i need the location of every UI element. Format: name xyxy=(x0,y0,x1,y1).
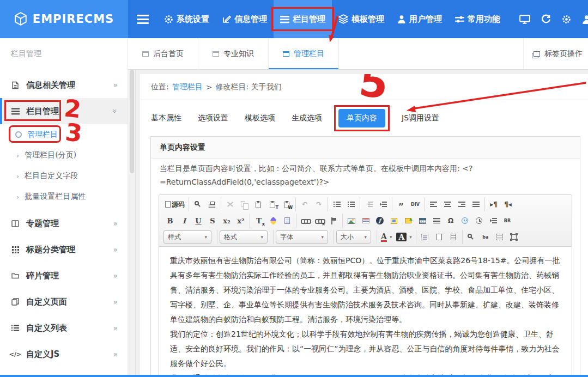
anchor-button[interactable] xyxy=(327,214,340,227)
gear-icon[interactable] xyxy=(562,15,571,24)
templates-button[interactable] xyxy=(447,230,460,244)
undo-button[interactable]: ↶ xyxy=(298,198,311,211)
text-color-button[interactable]: A▾ xyxy=(379,230,393,244)
monitor-icon[interactable] xyxy=(519,14,530,24)
image-button[interactable] xyxy=(345,214,358,227)
copy-format-button[interactable] xyxy=(281,214,294,227)
horizontal-rule-button[interactable] xyxy=(430,214,443,227)
remove-format-button[interactable]: Tx xyxy=(252,214,265,227)
sidebar-item-fragments[interactable]: 碎片管理 » xyxy=(0,263,128,289)
size-select[interactable]: 大小▾ xyxy=(336,230,371,244)
copy-button[interactable] xyxy=(238,198,251,211)
align-left-button[interactable] xyxy=(427,198,440,211)
menu-item-users[interactable]: 用户管理 xyxy=(391,0,448,38)
brand-logo[interactable]: EMPIRECMS xyxy=(0,0,128,38)
sidebar-item-column-management[interactable]: 栏目管理 » 2 xyxy=(0,98,128,124)
paste-button[interactable] xyxy=(252,198,265,211)
flash-button[interactable]: ƒ xyxy=(373,214,386,227)
find-button[interactable] xyxy=(465,230,478,244)
underline-button[interactable]: U xyxy=(192,214,205,227)
bidi-ltr-button[interactable]: ▸¶ xyxy=(487,198,500,211)
table-button[interactable] xyxy=(416,214,429,227)
paste-text-button[interactable]: T xyxy=(266,198,279,211)
sidebar-item-custom-pages[interactable]: 自定义页面 » xyxy=(0,289,128,315)
scrollbar-thumb[interactable] xyxy=(130,70,134,173)
sidebar-item-info-management[interactable]: 信息相关管理 » xyxy=(0,72,128,98)
page-break-button[interactable] xyxy=(487,214,500,227)
tab-basic-attributes[interactable]: 基本属性 xyxy=(151,113,181,123)
bidi-rtl-button[interactable]: ¶◂ xyxy=(501,198,514,211)
source-button[interactable]: 源码 xyxy=(163,198,186,211)
page-properties-button[interactable] xyxy=(472,214,486,227)
show-blocks-button[interactable] xyxy=(419,230,432,244)
line-break-button[interactable]: BR xyxy=(501,214,514,227)
paste-word-button[interactable]: W xyxy=(280,198,293,211)
sidebar-item-topics[interactable]: 专题管理 » xyxy=(0,210,128,236)
menu-item-info[interactable]: 信息管理 xyxy=(216,0,274,38)
sidebar-subitem-batch-attributes[interactable]: › 批量设置栏目属性 xyxy=(0,186,128,207)
background-color-button[interactable]: A▾ xyxy=(395,230,413,244)
breadcrumb-link[interactable]: 管理栏目 xyxy=(172,82,203,92)
highlight-button[interactable] xyxy=(266,214,280,227)
tab-generate-options[interactable]: 生成选项 xyxy=(292,113,322,123)
new-page-button[interactable] xyxy=(433,230,446,244)
div-container-button[interactable]: DIV xyxy=(409,198,422,211)
menu-item-columns[interactable]: 栏目管理 xyxy=(274,0,332,38)
hamburger-icon[interactable] xyxy=(128,0,157,38)
maximize-button[interactable] xyxy=(507,230,520,244)
editor-paragraph[interactable]: 重庆市效丽恒有害生物防治有限公司（简称：效丽恒PCO）。位于重庆市渝中区菜袁路2… xyxy=(170,253,561,327)
photo-button[interactable] xyxy=(387,214,401,227)
style-select[interactable]: 样式▾ xyxy=(163,230,211,244)
font-select[interactable]: 字体▾ xyxy=(276,230,328,244)
redo-button[interactable]: ↷ xyxy=(312,198,325,211)
replace-button[interactable]: ba xyxy=(479,230,492,244)
sidebar-scrollbar[interactable] xyxy=(128,70,136,377)
menu-item-system[interactable]: 系统设置 xyxy=(157,0,216,38)
sidebar-subitem-custom-fields[interactable]: › 栏目自定义字段 xyxy=(0,166,128,186)
special-char-button[interactable]: Ω xyxy=(444,214,457,227)
align-right-button[interactable] xyxy=(455,198,468,211)
subscript-button[interactable]: x₂ xyxy=(220,214,233,227)
editor-paragraph[interactable]: 我们的定位：创造21世纪的环境文化；以科学手段有效地控制有害生物的疾病传播，竭诚… xyxy=(170,327,561,371)
bulleted-list-button[interactable] xyxy=(344,198,357,211)
outdent-button[interactable] xyxy=(362,198,375,211)
tab-template-options[interactable]: 模板选项 xyxy=(245,113,275,123)
superscript-button[interactable]: x² xyxy=(234,214,247,227)
tab-knowledge[interactable]: 专业知识 xyxy=(198,38,269,69)
numbered-list-button[interactable] xyxy=(330,198,343,211)
menu-item-tools[interactable]: 常用功能 xyxy=(448,0,507,38)
sidebar-item-custom-js[interactable]: </> 自定义JS » xyxy=(0,341,128,367)
align-center-button[interactable] xyxy=(441,198,454,211)
bold-button[interactable]: B xyxy=(163,214,177,227)
align-justify-button[interactable] xyxy=(469,198,482,211)
format-select[interactable]: 格式▾ xyxy=(220,230,268,244)
smiley-button[interactable] xyxy=(458,214,471,227)
tab-option-settings[interactable]: 选项设置 xyxy=(198,113,228,123)
tab-actions-button[interactable]: 标签页操作 xyxy=(523,38,588,69)
link-button[interactable] xyxy=(299,214,312,227)
menu-item-templates[interactable]: 模板管理 xyxy=(332,0,391,38)
indent-button[interactable] xyxy=(377,198,390,211)
blockquote-button[interactable]: ” xyxy=(395,198,408,211)
user-icon[interactable] xyxy=(582,15,588,24)
editor-content[interactable]: 重庆市效丽恒有害生物防治有限公司（简称：效丽恒PCO）。位于重庆市渝中区菜袁路2… xyxy=(159,247,572,377)
sidebar-item-custom-lists[interactable]: 自定义列表 » xyxy=(0,315,128,341)
sidebar-item-title-categories[interactable]: 标题分类管理 » xyxy=(0,236,128,263)
unlink-button[interactable]: × xyxy=(313,214,326,227)
select-all-button[interactable] xyxy=(493,230,506,244)
tab-js-call-settings[interactable]: JS调用设置 xyxy=(402,113,439,123)
sidebar-subitem-manage-columns[interactable]: 管理栏目 3 xyxy=(0,124,128,145)
refresh-icon[interactable] xyxy=(541,14,551,24)
align-center-icon xyxy=(444,201,451,208)
sidebar-subitem-manage-columns-paged[interactable]: › 管理栏目(分页) xyxy=(0,145,128,166)
italic-button[interactable]: I xyxy=(178,214,191,227)
tab-manage-columns[interactable]: 管理栏目 xyxy=(269,38,339,69)
media-button[interactable] xyxy=(402,214,415,227)
strike-button[interactable]: S xyxy=(206,214,219,227)
preview-button[interactable] xyxy=(191,198,204,211)
cut-button[interactable] xyxy=(223,198,237,211)
tab-single-page-content[interactable]: 单页内容 xyxy=(338,109,385,127)
print-button[interactable] xyxy=(205,198,219,211)
tab-dashboard[interactable]: 后台首页 xyxy=(128,38,198,69)
form-button[interactable] xyxy=(359,214,372,227)
